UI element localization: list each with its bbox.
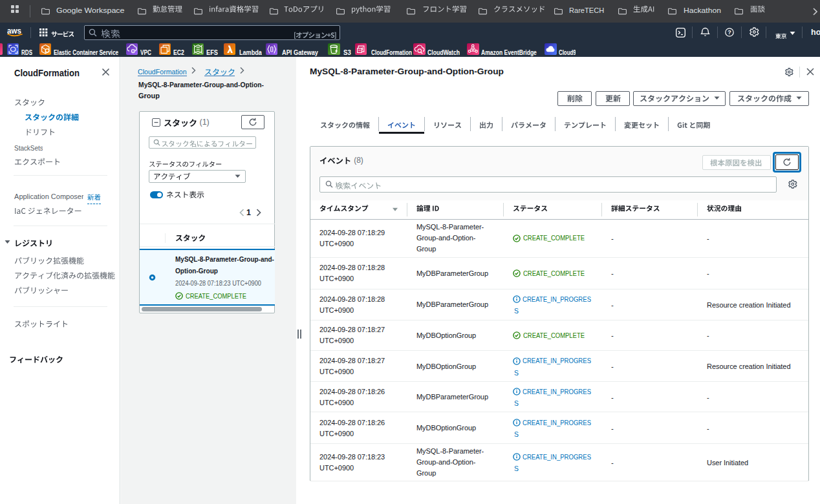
svg-text:Lambda: Lambda <box>239 48 262 56</box>
svg-text:EC2: EC2 <box>173 48 184 56</box>
svg-text:CREATE_IN_PROGRES: CREATE_IN_PROGRES <box>523 295 591 303</box>
svg-text:2024-09-28 07:18:23 UTC+0900: 2024-09-28 07:18:23 UTC+0900 <box>175 279 261 287</box>
svg-text:S: S <box>514 369 519 377</box>
svg-text:S: S <box>514 400 519 408</box>
svg-text:S3: S3 <box>343 48 351 56</box>
svg-text:MySQL-8-Parameter-Group-and-Op: MySQL-8-Parameter-Group-and-Option- <box>138 81 264 89</box>
svg-text:Option-Group: Option-Group <box>175 267 218 275</box>
svg-text:API Gateway: API Gateway <box>282 48 318 56</box>
svg-text:CREATE_COMPLETE: CREATE_COMPLETE <box>186 292 246 300</box>
svg-text:EFS: EFS <box>206 48 218 56</box>
svg-text:CREATE_IN_PROGRES: CREATE_IN_PROGRES <box>523 453 591 461</box>
svg-text:S: S <box>514 430 519 438</box>
svg-text:aws: aws <box>7 26 21 36</box>
svg-text:Group: Group <box>138 92 160 100</box>
svg-text:Application Composer: Application Composer <box>14 193 84 200</box>
svg-text:Cloud9: Cloud9 <box>559 48 576 56</box>
svg-text:CREATE_COMPLETE: CREATE_COMPLETE <box>523 234 585 242</box>
svg-text:MySQL-8-Parameter-Group-and-Op: MySQL-8-Parameter-Group-and-Option-Group <box>310 67 504 76</box>
svg-text:CREATE_COMPLETE: CREATE_COMPLETE <box>523 331 585 339</box>
svg-text:StackSets: StackSets <box>14 144 43 152</box>
svg-text:S: S <box>514 308 519 315</box>
svg-text:?: ? <box>728 29 731 36</box>
svg-text:RareTECH: RareTECH <box>569 6 604 14</box>
svg-text:CREATE_IN_PROGRES: CREATE_IN_PROGRES <box>523 419 591 426</box>
svg-text:RDS: RDS <box>21 48 32 56</box>
svg-text:Elastic Container Service: Elastic Container Service <box>54 48 118 56</box>
svg-text:CloudWatch: CloudWatch <box>427 48 460 56</box>
svg-text:Hackathon: Hackathon <box>684 6 721 14</box>
svg-text:S: S <box>514 465 519 473</box>
svg-text:Google Workspace: Google Workspace <box>56 6 124 14</box>
svg-text:CloudFormation: CloudFormation <box>14 68 80 78</box>
svg-text:CREATE_COMPLETE: CREATE_COMPLETE <box>523 269 585 277</box>
svg-text:Amazon EventBridge: Amazon EventBridge <box>481 48 537 56</box>
svg-text:VPC: VPC <box>140 48 151 56</box>
svg-text:MySQL-8-Parameter-Group-and-: MySQL-8-Parameter-Group-and- <box>175 255 274 263</box>
svg-text:CREATE_IN_PROGRES: CREATE_IN_PROGRES <box>523 388 591 395</box>
svg-text:CloudFormation: CloudFormation <box>371 48 412 56</box>
svg-text:CREATE_IN_PROGRES: CREATE_IN_PROGRES <box>523 357 591 364</box>
